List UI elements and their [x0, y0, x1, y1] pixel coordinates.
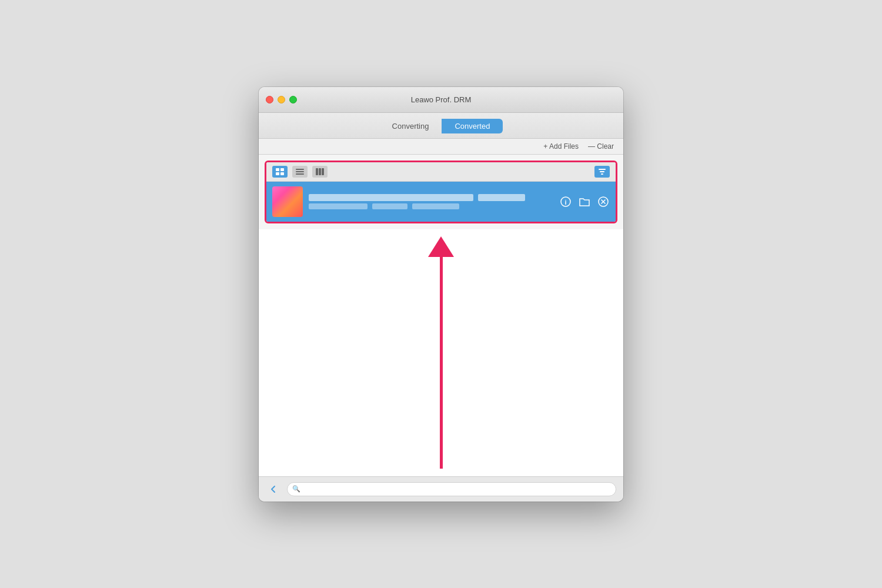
- svg-rect-1: [280, 168, 284, 171]
- tab-converting[interactable]: Converting: [379, 119, 442, 133]
- file-detail-line: [309, 203, 553, 209]
- sort-icon[interactable]: [594, 166, 610, 178]
- traffic-lights: [266, 96, 297, 103]
- window-title: Leawo Prof. DRM: [411, 95, 472, 104]
- folder-icon[interactable]: [578, 195, 591, 208]
- arrow-line: [440, 257, 443, 469]
- file-info: [309, 194, 553, 209]
- search-bar[interactable]: 🔍: [287, 482, 616, 496]
- bottombar: 🔍: [259, 476, 623, 502]
- minimize-button[interactable]: [278, 96, 285, 103]
- info-icon[interactable]: i: [559, 195, 572, 208]
- view-icon-1[interactable]: [272, 166, 288, 178]
- svg-rect-12: [601, 173, 603, 175]
- file-name-blur-1: [309, 194, 473, 201]
- maximize-button[interactable]: [289, 96, 297, 103]
- file-thumbnail: [272, 186, 303, 217]
- svg-rect-10: [599, 169, 606, 170]
- file-actions: i: [559, 195, 610, 208]
- app-window: Leawo Prof. DRM Converting Converted + A…: [259, 87, 623, 502]
- svg-rect-11: [600, 171, 604, 172]
- main-content: [259, 229, 623, 476]
- file-detail-blur-2: [372, 203, 407, 209]
- annotated-area: i: [265, 161, 617, 223]
- file-name-blur-2: [478, 194, 525, 201]
- view-icon-3[interactable]: [312, 166, 328, 178]
- svg-rect-0: [276, 168, 279, 171]
- icon-toolbar: [266, 162, 616, 182]
- add-files-button[interactable]: + Add Files: [543, 142, 579, 151]
- back-button[interactable]: [266, 482, 281, 497]
- svg-rect-6: [296, 173, 304, 175]
- clear-button[interactable]: — Clear: [588, 142, 614, 151]
- close-button[interactable]: [266, 96, 273, 103]
- arrow-head: [428, 236, 454, 257]
- file-name-line: [309, 194, 553, 201]
- svg-rect-5: [296, 171, 304, 172]
- svg-rect-9: [322, 168, 324, 175]
- svg-rect-3: [280, 172, 284, 175]
- file-row[interactable]: i: [266, 182, 616, 222]
- file-detail-blur-1: [309, 203, 368, 209]
- file-list-container: i: [259, 155, 623, 229]
- svg-text:i: i: [564, 198, 566, 205]
- tabbar: Converting Converted: [259, 113, 623, 139]
- search-icon: 🔍: [292, 485, 300, 493]
- remove-icon[interactable]: [597, 195, 610, 208]
- svg-rect-7: [316, 168, 318, 175]
- titlebar: Leawo Prof. DRM: [259, 87, 623, 113]
- tab-converted[interactable]: Converted: [442, 119, 503, 133]
- svg-rect-4: [296, 169, 304, 170]
- svg-rect-8: [319, 168, 321, 175]
- annotation-arrow: [428, 237, 454, 469]
- file-detail-blur-3: [412, 203, 459, 209]
- toolbar: + Add Files — Clear: [259, 139, 623, 155]
- view-icon-2[interactable]: [292, 166, 308, 178]
- svg-rect-2: [276, 172, 279, 175]
